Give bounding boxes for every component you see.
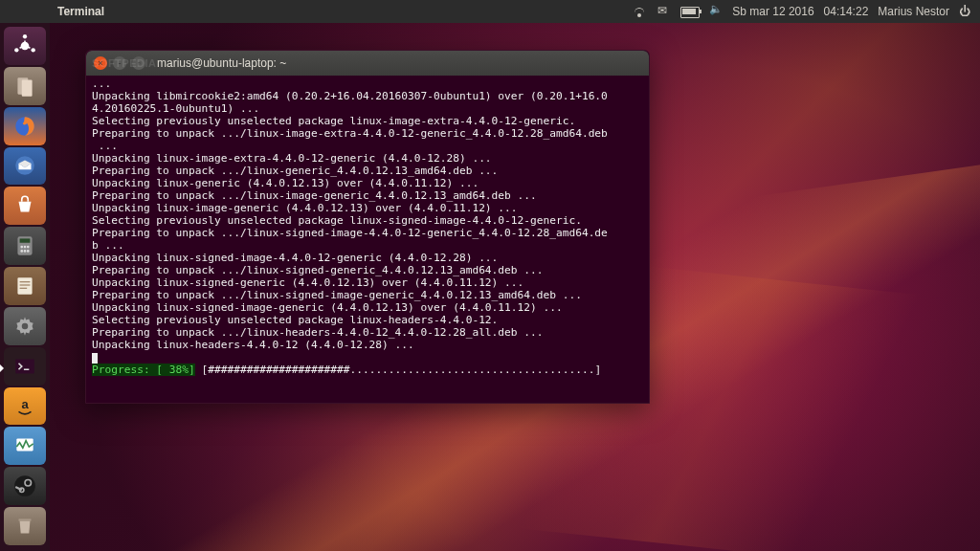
sound-icon[interactable] <box>709 6 723 17</box>
progress-label: Progress: [ 38%] <box>92 364 195 376</box>
amazon-icon[interactable]: a <box>4 387 46 426</box>
clock-time[interactable]: 04:14:22 <box>824 5 869 18</box>
window-maximize-icon[interactable]: ▫ <box>132 56 145 70</box>
window-close-icon[interactable]: × <box>94 56 107 70</box>
svg-point-22 <box>14 475 35 496</box>
network-icon[interactable] <box>635 6 648 17</box>
svg-point-0 <box>21 42 30 51</box>
svg-rect-9 <box>20 239 31 243</box>
terminal-output[interactable]: ... Unpacking libmircookie2:amd64 (0.20.… <box>86 76 649 403</box>
software-center-icon[interactable] <box>4 187 46 225</box>
clock-date[interactable]: Sb mar 12 2016 <box>732 5 813 18</box>
svg-rect-5 <box>22 79 33 96</box>
progress-bar: [######################.................… <box>202 364 602 376</box>
user-menu[interactable]: Marius Nestor <box>878 5 949 18</box>
calculator-icon[interactable] <box>4 227 46 265</box>
settings-icon[interactable] <box>4 307 46 345</box>
svg-point-13 <box>20 250 23 253</box>
active-app-title: Terminal <box>57 5 104 18</box>
system-monitor-icon[interactable] <box>4 427 46 465</box>
text-editor-icon[interactable] <box>4 267 46 305</box>
top-menu-bar: Terminal Sb mar 12 2016 04:14:22 Marius … <box>0 0 980 23</box>
svg-point-14 <box>24 250 27 253</box>
terminal-icon[interactable] <box>4 347 46 386</box>
unity-launcher: a <box>0 23 50 551</box>
thunderbird-icon[interactable] <box>4 147 46 186</box>
terminal-window[interactable]: × ‑ ▫ marius@ubuntu-laptop: ~ ... Unpack… <box>85 50 650 404</box>
battery-icon[interactable] <box>680 7 700 18</box>
terminal-titlebar[interactable]: × ‑ ▫ marius@ubuntu-laptop: ~ <box>86 51 649 76</box>
svg-point-2 <box>32 48 35 52</box>
messages-icon[interactable] <box>657 6 671 17</box>
firefox-icon[interactable] <box>4 107 46 145</box>
svg-point-11 <box>24 246 27 249</box>
svg-rect-25 <box>19 518 32 520</box>
window-minimize-icon[interactable]: ‑ <box>113 56 126 70</box>
svg-rect-16 <box>17 277 32 294</box>
svg-point-3 <box>14 48 18 52</box>
files-icon[interactable] <box>4 67 46 105</box>
trash-icon[interactable] <box>4 507 46 545</box>
terminal-title-text: marius@ubuntu-laptop: ~ <box>157 56 286 70</box>
svg-point-1 <box>23 34 27 38</box>
svg-point-15 <box>27 250 30 253</box>
terminal-cursor <box>92 353 98 364</box>
svg-point-18 <box>22 323 29 330</box>
svg-point-12 <box>27 246 30 249</box>
svg-rect-19 <box>15 359 34 373</box>
svg-text:a: a <box>21 397 29 411</box>
session-icon[interactable]: ⏻ <box>959 5 970 18</box>
svg-point-10 <box>20 246 23 249</box>
dash-icon[interactable] <box>4 27 46 65</box>
steam-icon[interactable] <box>4 467 46 505</box>
